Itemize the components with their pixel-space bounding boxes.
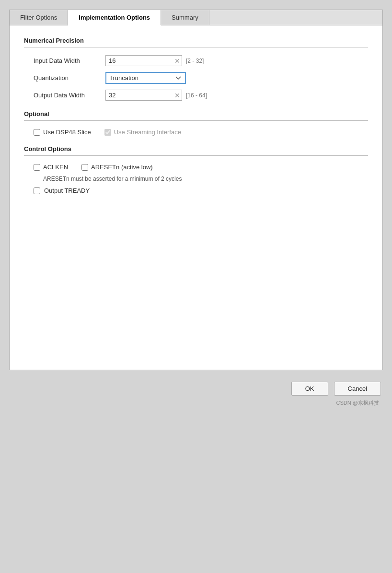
input-data-width-field[interactable] [105, 55, 182, 66]
aresetn-note: ARESETn must be asserted for a minimum o… [43, 175, 368, 182]
output-data-width-input-wrapper: ✕ [105, 90, 182, 101]
quantization-select[interactable]: Truncation Rounding [105, 72, 186, 84]
control-options-section: Control Options ACLKEN ARESETn (active l… [24, 145, 368, 194]
use-streaming-label: Use Streaming Interface [114, 129, 181, 136]
use-dsp48-checkbox[interactable] [34, 129, 40, 136]
use-streaming-checkbox[interactable] [104, 129, 111, 136]
output-tready-label: Output TREADY [44, 187, 90, 194]
numerical-precision-title: Numerical Precision [24, 37, 368, 44]
use-dsp48-item: Use DSP48 Slice [34, 129, 91, 136]
optional-title: Optional [24, 110, 368, 117]
button-bar: OK Cancel [9, 382, 383, 396]
input-data-width-clear-btn[interactable]: ✕ [174, 58, 180, 64]
quantization-row: Quantization Truncation Rounding [34, 72, 368, 84]
optional-section: Optional Use DSP48 Slice Use Streaming I… [24, 110, 368, 136]
output-data-width-row: Output Data Width ✕ [16 - 64] [34, 90, 368, 101]
output-data-width-label: Output Data Width [34, 92, 105, 99]
input-data-width-range: [2 - 32] [186, 58, 204, 64]
tab-bar: Filter Options Implementation Options Su… [9, 10, 383, 25]
output-data-width-clear-btn[interactable]: ✕ [174, 92, 180, 99]
aclken-item: ACLKEN [34, 164, 68, 171]
input-data-width-row: Input Data Width ✕ [2 - 32] [34, 55, 368, 66]
cancel-button[interactable]: Cancel [334, 382, 381, 396]
aresetn-checkbox[interactable] [81, 164, 88, 171]
input-data-width-label: Input Data Width [34, 57, 105, 64]
output-data-width-range: [16 - 64] [186, 92, 207, 99]
use-streaming-item: Use Streaming Interface [104, 129, 181, 136]
aresetn-item: ARESETn (active low) [81, 164, 153, 171]
control-options-title: Control Options [24, 145, 368, 152]
use-dsp48-label: Use DSP48 Slice [43, 129, 91, 136]
input-data-width-wrapper: ✕ [2 - 32] [105, 55, 204, 66]
dialog-wrapper: Filter Options Implementation Options Su… [9, 10, 383, 407]
tab-summary[interactable]: Summary [161, 10, 209, 25]
aresetn-label: ARESETn (active low) [91, 164, 153, 171]
quantization-wrapper: Truncation Rounding [105, 72, 186, 84]
control-options-divider [24, 155, 368, 156]
output-tready-row: Output TREADY [34, 187, 368, 194]
main-panel: Numerical Precision Input Data Width ✕ [… [9, 25, 383, 370]
tab-filter-options[interactable]: Filter Options [10, 10, 68, 25]
output-data-width-field[interactable] [105, 90, 182, 101]
quantization-label: Quantization [34, 74, 105, 82]
control-checkboxes-row: ACLKEN ARESETn (active low) [34, 164, 368, 171]
output-data-width-wrapper: ✕ [16 - 64] [105, 90, 207, 101]
input-data-width-input-wrapper: ✕ [105, 55, 182, 66]
aclken-label: ACLKEN [43, 164, 68, 171]
watermark: CSDN @东枫科技 [9, 399, 383, 407]
output-tready-checkbox[interactable] [34, 187, 40, 194]
tab-implementation-options[interactable]: Implementation Options [68, 10, 161, 25]
ok-button[interactable]: OK [291, 382, 328, 396]
aclken-checkbox[interactable] [34, 164, 40, 171]
optional-checkboxes-row: Use DSP48 Slice Use Streaming Interface [34, 129, 368, 136]
optional-divider [24, 120, 368, 121]
numerical-precision-divider [24, 47, 368, 47]
numerical-precision-section: Numerical Precision Input Data Width ✕ [… [24, 37, 368, 101]
